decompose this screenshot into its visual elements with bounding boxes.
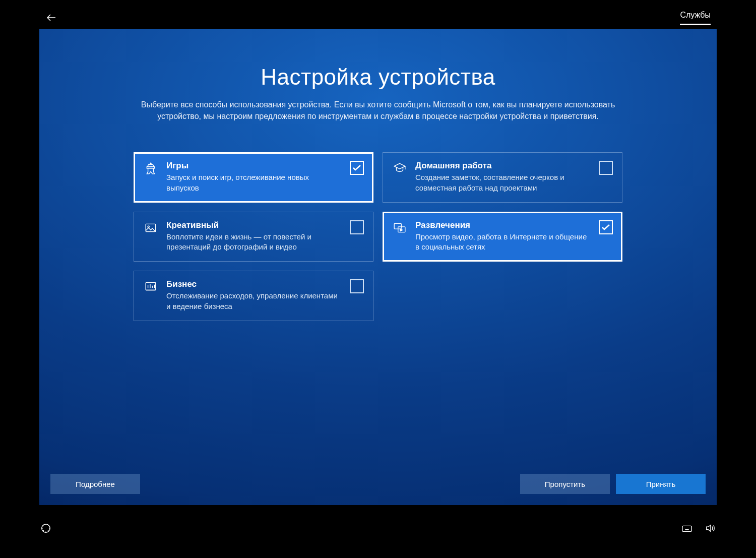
- checkbox-gaming[interactable]: [350, 161, 364, 175]
- skip-button[interactable]: Пропустить: [520, 474, 610, 494]
- school-icon: [392, 162, 407, 177]
- card-creative[interactable]: Креативный Воплотите идеи в жизнь — от п…: [134, 212, 373, 262]
- gaming-icon: [143, 162, 158, 177]
- card-desc: Воплотите идеи в жизнь — от повестей и п…: [166, 232, 342, 253]
- entertainment-icon: [392, 221, 407, 236]
- setup-panel: Настройка устройства Выберите все способ…: [39, 29, 717, 505]
- card-desc: Отслеживание расходов, управление клиент…: [166, 291, 342, 312]
- card-homework[interactable]: Домашняя работа Создание заметок, состав…: [383, 152, 622, 203]
- checkbox-creative[interactable]: [350, 220, 364, 234]
- svg-rect-7: [682, 526, 691, 531]
- page-title: Настройка устройства: [85, 65, 671, 90]
- accessibility-icon: [40, 523, 51, 534]
- usage-card-grid: Игры Запуск и поиск игр, отслеживание но…: [134, 152, 622, 321]
- card-title: Креативный: [166, 220, 342, 230]
- card-title: Игры: [166, 161, 342, 171]
- svg-rect-0: [147, 167, 154, 168]
- svg-rect-5: [146, 283, 156, 290]
- tab-services[interactable]: Службы: [680, 11, 711, 25]
- keyboard-button[interactable]: [681, 523, 692, 536]
- creative-icon: [143, 221, 158, 236]
- page-description: Выберите все способы использования устро…: [136, 99, 620, 122]
- card-desc: Запуск и поиск игр, отслеживание новых в…: [166, 172, 342, 193]
- card-desc: Создание заметок, составление очерков и …: [415, 172, 591, 193]
- ease-of-access-button[interactable]: [40, 523, 51, 536]
- checkmark-icon: [601, 224, 610, 231]
- taskbar: [0, 505, 756, 558]
- card-title: Развлечения: [415, 220, 591, 230]
- back-arrow-icon: [45, 12, 57, 24]
- back-button[interactable]: [45, 12, 57, 24]
- checkbox-business[interactable]: [350, 279, 364, 293]
- card-title: Домашняя работа: [415, 161, 591, 171]
- card-business[interactable]: Бизнес Отслеживание расходов, управление…: [134, 271, 373, 321]
- card-title: Бизнес: [166, 279, 342, 289]
- business-icon: [143, 280, 158, 295]
- volume-button[interactable]: [705, 523, 716, 536]
- card-desc: Просмотр видео, работа в Интернете и общ…: [415, 232, 591, 253]
- accept-button[interactable]: Принять: [616, 474, 706, 494]
- checkbox-entertainment[interactable]: [599, 220, 613, 234]
- keyboard-icon: [681, 523, 692, 534]
- svg-point-6: [42, 524, 50, 532]
- svg-point-2: [148, 226, 149, 227]
- checkmark-icon: [352, 164, 361, 171]
- checkbox-homework[interactable]: [599, 161, 613, 175]
- volume-icon: [705, 523, 716, 534]
- card-gaming[interactable]: Игры Запуск и поиск игр, отслеживание но…: [134, 152, 373, 203]
- learn-more-button[interactable]: Подробнее: [50, 474, 140, 494]
- card-entertainment[interactable]: Развлечения Просмотр видео, работа в Инт…: [383, 212, 622, 262]
